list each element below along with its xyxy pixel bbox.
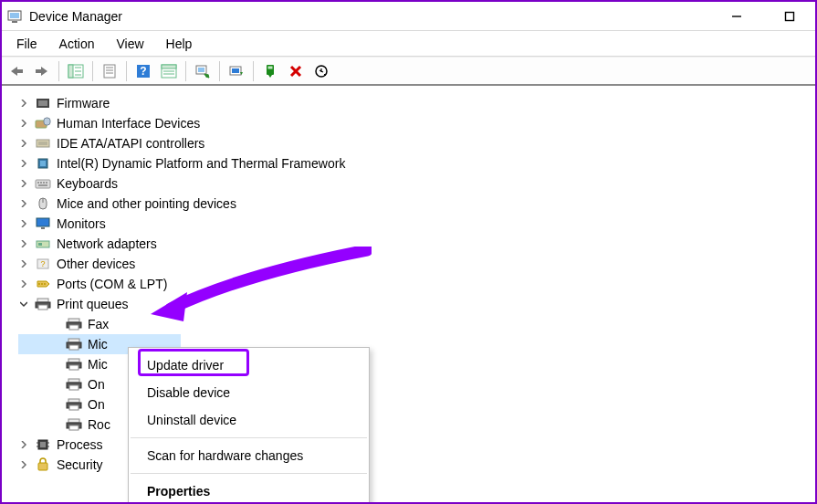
tree-node-firmware[interactable]: Firmware bbox=[18, 93, 812, 113]
port-icon bbox=[35, 277, 51, 291]
svg-rect-61 bbox=[68, 319, 79, 322]
tree-label: Mice and other pointing devices bbox=[57, 196, 236, 211]
chevron-right-icon[interactable] bbox=[18, 198, 29, 209]
toolbar-separator bbox=[219, 61, 220, 81]
context-properties[interactable]: Properties bbox=[129, 478, 369, 504]
enable-device-button[interactable] bbox=[258, 59, 282, 83]
context-update-driver[interactable]: Update driver bbox=[129, 352, 369, 379]
chevron-right-icon[interactable] bbox=[18, 278, 29, 289]
tree-node-other[interactable]: ? Other devices bbox=[18, 254, 812, 274]
mouse-icon bbox=[35, 196, 51, 211]
svg-rect-52 bbox=[38, 243, 42, 246]
tree-node-keyboards[interactable]: Keyboards bbox=[18, 173, 812, 194]
svg-rect-28 bbox=[268, 66, 273, 68]
svg-rect-80 bbox=[40, 442, 46, 447]
device-tree[interactable]: Firmware Human Interface Devices IDE ATA… bbox=[2, 86, 815, 502]
back-button[interactable] bbox=[5, 59, 28, 83]
chevron-right-icon[interactable] bbox=[18, 238, 29, 249]
chevron-right-icon[interactable] bbox=[18, 258, 29, 269]
tree-node-fax[interactable]: Fax bbox=[18, 314, 812, 334]
chevron-right-icon[interactable] bbox=[18, 158, 29, 169]
tree-node-security[interactable]: Security bbox=[18, 455, 132, 475]
show-hide-tree-button[interactable] bbox=[64, 59, 88, 83]
app-icon bbox=[7, 9, 22, 24]
tree-label: On bbox=[88, 377, 105, 392]
tree-node-network[interactable]: Network adapters bbox=[18, 234, 812, 254]
chevron-down-icon[interactable] bbox=[18, 299, 29, 310]
tree-node-printer[interactable]: On bbox=[18, 394, 132, 415]
action-button[interactable] bbox=[157, 59, 181, 83]
svg-rect-66 bbox=[69, 345, 79, 350]
svg-rect-43 bbox=[40, 182, 42, 184]
forward-button[interactable] bbox=[30, 59, 54, 83]
disable-device-button[interactable] bbox=[309, 59, 333, 83]
svg-rect-12 bbox=[104, 65, 115, 78]
tree-node-printer[interactable]: Mic bbox=[18, 354, 132, 374]
printer-icon bbox=[66, 357, 82, 372]
svg-text:?: ? bbox=[40, 259, 45, 268]
context-separator bbox=[131, 437, 367, 438]
tree-node-mice[interactable]: Mice and other pointing devices bbox=[18, 194, 812, 214]
tree-label: Human Interface Devices bbox=[57, 116, 200, 131]
tree-node-hid[interactable]: Human Interface Devices bbox=[18, 113, 812, 133]
chevron-right-icon[interactable] bbox=[18, 178, 29, 189]
chevron-right-icon[interactable] bbox=[18, 459, 29, 470]
tree-label: Ports (COM & LPT) bbox=[57, 277, 167, 291]
menu-action[interactable]: Action bbox=[48, 33, 106, 55]
properties-button[interactable] bbox=[98, 59, 121, 83]
svg-point-57 bbox=[44, 283, 46, 285]
tree-label: On bbox=[88, 397, 105, 412]
monitor-icon bbox=[35, 216, 51, 231]
chevron-right-icon[interactable] bbox=[18, 439, 29, 450]
tree-node-ide[interactable]: IDE ATA/ATAPI controllers bbox=[18, 133, 812, 153]
keyboard-icon bbox=[35, 176, 51, 191]
tree-node-intel-dptf[interactable]: Intel(R) Dynamic Platform and Thermal Fr… bbox=[18, 153, 812, 173]
context-disable-device[interactable]: Disable device bbox=[129, 379, 369, 406]
tree-label: Fax bbox=[88, 317, 109, 331]
svg-rect-19 bbox=[162, 65, 176, 68]
svg-rect-35 bbox=[44, 118, 50, 125]
svg-rect-69 bbox=[69, 365, 79, 370]
menu-view[interactable]: View bbox=[105, 33, 154, 55]
svg-rect-60 bbox=[38, 305, 47, 310]
context-uninstall-device[interactable]: Uninstall device bbox=[129, 406, 369, 434]
help-button[interactable]: ? bbox=[131, 59, 155, 83]
toolbar-separator bbox=[58, 61, 59, 81]
tree-node-printer[interactable]: Roc bbox=[18, 415, 132, 435]
svg-rect-75 bbox=[69, 405, 79, 410]
svg-rect-76 bbox=[68, 419, 79, 423]
tree-label: Keyboards bbox=[57, 176, 118, 191]
uninstall-device-button[interactable] bbox=[284, 59, 308, 83]
tree-label: Print queues bbox=[57, 297, 129, 311]
svg-rect-78 bbox=[69, 425, 79, 430]
chevron-right-icon[interactable] bbox=[18, 138, 29, 149]
context-scan-hardware[interactable]: Scan for hardware changes bbox=[129, 442, 369, 469]
printer-icon bbox=[35, 297, 51, 311]
svg-rect-73 bbox=[68, 399, 79, 403]
update-driver-button[interactable] bbox=[225, 59, 248, 83]
chevron-right-icon[interactable] bbox=[18, 118, 29, 129]
svg-rect-36 bbox=[37, 140, 49, 147]
tree-label: Mic bbox=[88, 357, 108, 372]
tree-node-ports[interactable]: Ports (COM & LPT) bbox=[18, 274, 812, 294]
toolbar-separator bbox=[253, 61, 254, 81]
svg-rect-72 bbox=[69, 385, 79, 390]
window-title: Device Manager bbox=[29, 9, 720, 24]
tree-label: Other devices bbox=[57, 257, 135, 271]
context-separator bbox=[131, 473, 367, 474]
svg-rect-45 bbox=[46, 182, 47, 184]
tree-node-processors[interactable]: Process bbox=[18, 435, 132, 455]
minimize-button[interactable] bbox=[720, 4, 753, 29]
chevron-right-icon[interactable] bbox=[18, 218, 29, 229]
menu-help[interactable]: Help bbox=[155, 33, 204, 55]
tree-node-monitors[interactable]: Monitors bbox=[18, 214, 812, 234]
tree-node-printer[interactable]: On bbox=[18, 374, 132, 394]
svg-point-55 bbox=[38, 283, 40, 285]
tree-node-print-queues[interactable]: Print queues bbox=[18, 294, 812, 314]
menu-file[interactable]: File bbox=[5, 33, 48, 55]
chevron-right-icon[interactable] bbox=[18, 98, 29, 109]
scan-hardware-button[interactable] bbox=[191, 59, 215, 83]
tree-label: Intel(R) Dynamic Platform and Thermal Fr… bbox=[57, 156, 345, 171]
svg-rect-85 bbox=[38, 463, 47, 470]
maximize-button[interactable] bbox=[773, 4, 806, 29]
